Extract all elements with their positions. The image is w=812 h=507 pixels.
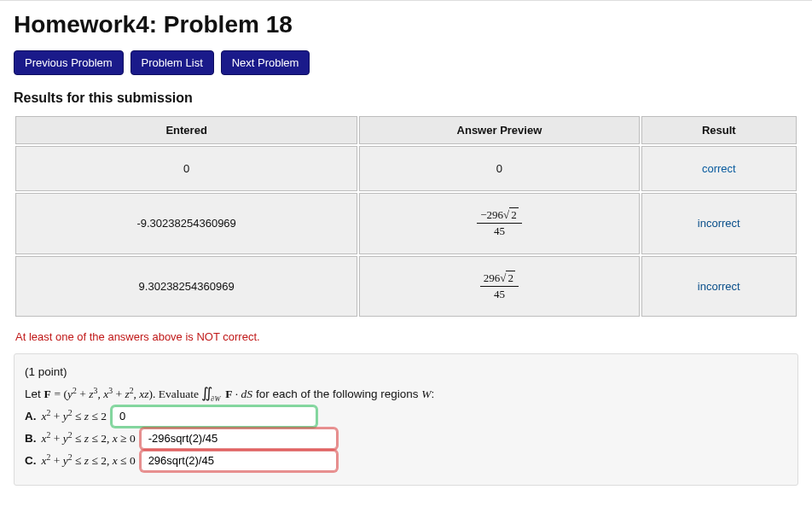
frac-den: 45	[477, 224, 521, 237]
part-C-label: C.	[25, 452, 37, 470]
tail-text: for each of the following regions	[256, 388, 421, 400]
results-table: Entered Answer Preview Result 0 0 correc…	[14, 114, 798, 318]
F-def: = (y2 + z3, x3 + z2, xz). Evaluate	[55, 388, 202, 400]
part-A-region: x2 + y2 ≤ z ≤ 2	[42, 407, 107, 426]
points-line: (1 point)	[25, 363, 787, 382]
part-C: C. x2 + y2 ≤ z ≤ 2, x ≤ 0	[25, 451, 787, 471]
result-cell: incorrect	[641, 193, 797, 254]
page-root: Homework4: Problem 18 Previous Problem P…	[0, 0, 812, 503]
problem-nav: Previous Problem Problem List Next Probl…	[14, 50, 798, 75]
page-title: Homework4: Problem 18	[14, 11, 798, 38]
part-A: A. x2 + y2 ≤ z ≤ 2	[25, 406, 787, 427]
result-cell: incorrect	[641, 256, 797, 318]
part-A-label: A.	[25, 407, 37, 426]
preview-cell: 296√2 45	[359, 256, 639, 318]
entered-cell: 0	[15, 146, 357, 191]
answer-input-B[interactable]	[141, 428, 337, 449]
preview-cell: −296√2 45	[359, 193, 639, 254]
preview-cell: 0	[359, 146, 639, 191]
integral-boundary: ∂W	[211, 395, 220, 403]
vector-F: F	[44, 388, 51, 400]
frac-num-lead: −296	[480, 208, 503, 221]
answer-input-A[interactable]	[112, 406, 316, 427]
results-row: -9.30238254360969 −296√2 45 incorrect	[15, 193, 797, 254]
fraction: 296√2 45	[480, 272, 519, 301]
frac-num-rad: 2	[506, 271, 515, 284]
results-warning: At least one of the answers above is NOT…	[15, 330, 798, 343]
next-problem-button[interactable]: Next Problem	[221, 50, 310, 75]
entered-cell: -9.30238254360969	[15, 193, 357, 254]
results-header-row: Entered Answer Preview Result	[15, 116, 797, 144]
fraction: −296√2 45	[477, 209, 521, 238]
frac-den: 45	[480, 287, 519, 300]
col-entered-header: Entered	[15, 116, 357, 144]
part-B-label: B.	[25, 429, 37, 448]
frac-num-rad: 2	[509, 207, 519, 221]
answer-input-C[interactable]	[141, 451, 337, 471]
let-prefix: Let	[25, 388, 44, 400]
part-B-region: x2 + y2 ≤ z ≤ 2, x ≥ 0	[42, 429, 136, 448]
part-C-region: x2 + y2 ≤ z ≤ 2, x ≤ 0	[42, 452, 136, 470]
entered-cell: 9.30238254360969	[15, 256, 357, 318]
previous-problem-button[interactable]: Previous Problem	[14, 50, 124, 75]
results-heading: Results for this submission	[14, 90, 798, 106]
results-row: 0 0 correct	[15, 146, 797, 191]
part-B: B. x2 + y2 ≤ z ≤ 2, x ≥ 0	[25, 428, 787, 449]
problem-text: Let F = (y2 + z3, x3 + z2, xz). Evaluate…	[25, 382, 787, 405]
col-preview-header: Answer Preview	[359, 116, 639, 144]
results-row: 9.30238254360969 296√2 45 incorrect	[15, 256, 797, 318]
frac-num-lead: 296	[484, 271, 501, 284]
region-W: W	[421, 388, 431, 400]
problem-list-button[interactable]: Problem List	[130, 50, 214, 75]
result-cell: correct	[641, 146, 797, 191]
problem-statement: (1 point) Let F = (y2 + z3, x3 + z2, xz)…	[14, 353, 798, 486]
integrand: F · ddSS	[225, 388, 252, 400]
col-result-header: Result	[641, 116, 797, 144]
